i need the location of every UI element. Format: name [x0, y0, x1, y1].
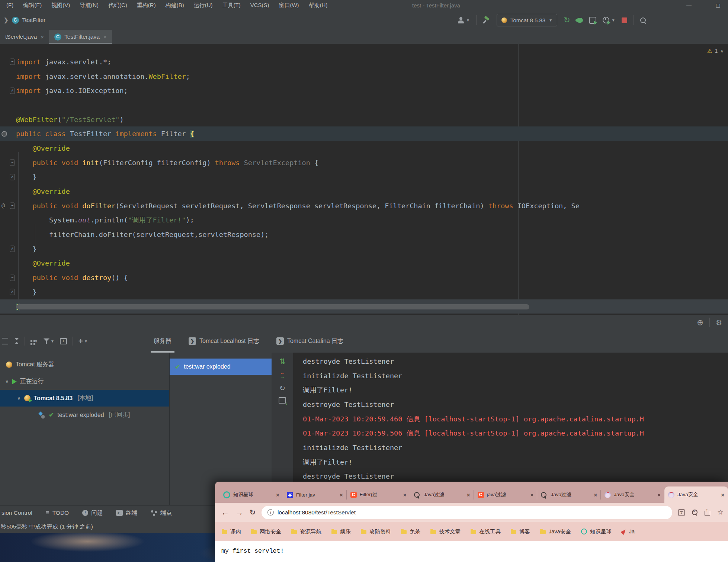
browser-tab-1[interactable]: Filter jav× — [283, 486, 347, 503]
fold-end-icon[interactable]: ˄ — [10, 289, 15, 295]
redeploy-icon[interactable]: ←→ — [280, 371, 285, 379]
bookmark-2[interactable]: 资源导航 — [291, 528, 321, 535]
editor-tab-0[interactable]: tServlet.java× — [0, 30, 49, 44]
fold-start-icon[interactable]: − — [10, 59, 15, 65]
fold-start-icon[interactable]: − — [10, 274, 15, 281]
fold-end-icon[interactable]: ˄ — [10, 174, 15, 180]
browser-tab-0[interactable]: 知识星球× — [219, 486, 283, 503]
bookmark-6[interactable]: 技术文章 — [430, 528, 461, 535]
menu-item-2[interactable]: 视图(V) — [46, 2, 75, 9]
forward-button[interactable]: → — [235, 508, 243, 517]
expand-all-icon[interactable] — [2, 338, 8, 344]
collapse-all-icon[interactable] — [14, 338, 19, 344]
close-icon[interactable]: × — [657, 492, 661, 498]
profiler-button[interactable]: ▼ — [603, 17, 615, 23]
deploy-icon[interactable]: ⇅ — [279, 357, 286, 366]
browser-tab-5[interactable]: Java过滤× — [537, 486, 601, 503]
gear-icon[interactable]: ⚙ — [716, 318, 722, 327]
menu-item-6[interactable]: 构建(B) — [161, 2, 189, 9]
minimize-button[interactable]: — — [683, 0, 695, 10]
server-tree[interactable]: Tomcat 服务器∨正在运行∨Tomcat 8.5.83[本地]✔test:w… — [0, 353, 169, 505]
bookmark-1[interactable]: 网络安全 — [251, 528, 281, 535]
browser-tab-7[interactable]: Java安全× — [664, 486, 728, 503]
address-bar[interactable]: i localhost:8080/test/TestServlet — [262, 506, 672, 519]
menu-item-10[interactable]: 窗口(W) — [274, 2, 304, 9]
user-menu[interactable]: ▼ — [458, 17, 470, 23]
bookmark-star-icon[interactable]: ☆ — [717, 508, 724, 517]
bookmark-0[interactable]: 课内 — [222, 528, 241, 535]
tree-row-3[interactable]: ✔test:war exploded[已同步] — [0, 407, 169, 423]
bookmark-3[interactable]: 娱乐 — [331, 528, 351, 535]
close-icon[interactable]: × — [103, 34, 107, 40]
panel-tab-0[interactable]: 服务器 — [151, 330, 174, 353]
breadcrumb-class[interactable]: TestFilter — [22, 17, 46, 23]
menu-item-3[interactable]: 导航(N) — [75, 2, 103, 9]
close-icon[interactable]: × — [721, 492, 724, 498]
dump-icon[interactable] — [279, 397, 286, 404]
tree-row-1[interactable]: ∨正在运行 — [0, 373, 169, 390]
maximize-button[interactable]: ▢ — [712, 0, 724, 10]
bookmark-8[interactable]: 博客 — [511, 528, 530, 535]
close-icon[interactable]: × — [467, 492, 470, 498]
group-by-button[interactable]: ▼ — [31, 339, 38, 343]
add-frame-icon[interactable]: + — [60, 338, 67, 344]
menu-item-0[interactable]: (F) — [1, 2, 18, 9]
inspection-widget[interactable]: ⚠ 1 ∧ — [707, 48, 724, 54]
site-info-icon[interactable]: i — [267, 509, 274, 516]
bookmark-7[interactable]: 在线工具 — [471, 528, 501, 535]
translate-icon[interactable]: 文 — [678, 509, 685, 516]
close-icon[interactable]: × — [41, 34, 44, 40]
search-everywhere-icon[interactable] — [640, 17, 646, 23]
deployment-item[interactable]: ✔ test:war exploded — [170, 359, 272, 375]
stop-button[interactable] — [622, 17, 627, 23]
share-icon[interactable] — [705, 511, 710, 516]
status-button-0[interactable]: sion Control — [1, 510, 32, 516]
menu-item-9[interactable]: VCS(S) — [246, 2, 274, 9]
code-editor[interactable]: −import javax.servlet.*;import javax.ser… — [0, 44, 728, 315]
fold-end-icon[interactable]: ˄ — [10, 87, 15, 94]
rerun-button[interactable]: ↻ — [564, 16, 570, 24]
browser-tab-3[interactable]: Java过滤× — [410, 486, 474, 503]
browser-tab-4[interactable]: Cjava过滤× — [474, 486, 538, 503]
fold-start-icon[interactable]: − — [10, 160, 15, 166]
editor-tab-1[interactable]: CTestFilter.java× — [49, 30, 112, 44]
gutter-override-icon[interactable]: @ — [1, 202, 5, 209]
menu-item-8[interactable]: 工具(T) — [217, 2, 245, 9]
menu-item-1[interactable]: 编辑(E) — [18, 2, 46, 9]
browser-tab-6[interactable]: Java安全× — [601, 486, 664, 503]
fold-start-icon[interactable]: − — [10, 203, 15, 209]
back-button[interactable]: ← — [221, 508, 229, 517]
add-button[interactable]: + ▼ — [78, 337, 88, 346]
bookmark-9[interactable]: Java安全 — [540, 528, 571, 535]
menu-item-7[interactable]: 运行(U) — [189, 2, 218, 9]
debug-button[interactable] — [577, 18, 583, 23]
panel-tab-2[interactable]: ❯Tomcat Catalina 日志 — [273, 330, 346, 353]
reload-button[interactable]: ↻ — [250, 508, 256, 517]
browser-tab-2[interactable]: CFilter(过× — [347, 486, 410, 503]
build-hammer-icon[interactable] — [483, 16, 490, 24]
gutter-class-icon[interactable] — [1, 131, 7, 137]
close-icon[interactable]: × — [594, 492, 597, 498]
status-button-4[interactable]: 端点 — [151, 509, 172, 517]
menu-item-11[interactable]: 帮助(H) — [304, 2, 333, 9]
horizontal-scrollbar[interactable] — [16, 304, 529, 309]
close-icon[interactable]: × — [340, 492, 343, 498]
menu-item-5[interactable]: 重构(R) — [132, 2, 161, 9]
bookmark-4[interactable]: 攻防资料 — [361, 528, 391, 535]
status-button-1[interactable]: ≡TODO — [46, 509, 69, 517]
status-button-3[interactable]: >_终端 — [116, 509, 137, 517]
status-button-2[interactable]: !问题 — [82, 509, 103, 517]
bookmark-11[interactable]: Ja — [622, 529, 635, 534]
close-icon[interactable]: × — [276, 492, 279, 498]
filter-button[interactable]: ▼ — [44, 338, 54, 344]
refresh-icon[interactable]: ↻ — [279, 384, 285, 392]
target-icon[interactable]: ⊕ — [697, 318, 703, 327]
tree-row-2[interactable]: ∨Tomcat 8.5.83[本地] — [0, 390, 169, 407]
tree-row-0[interactable]: Tomcat 服务器 — [0, 356, 169, 373]
close-icon[interactable]: × — [403, 492, 407, 498]
close-icon[interactable]: × — [530, 492, 534, 498]
menu-item-4[interactable]: 代码(C) — [103, 2, 132, 9]
panel-tab-1[interactable]: ❯Tomcat Localhost 日志 — [186, 330, 262, 353]
zoom-icon[interactable] — [692, 510, 697, 515]
run-configuration-select[interactable]: Tomcat 8.5.83 ▼ — [497, 14, 557, 26]
